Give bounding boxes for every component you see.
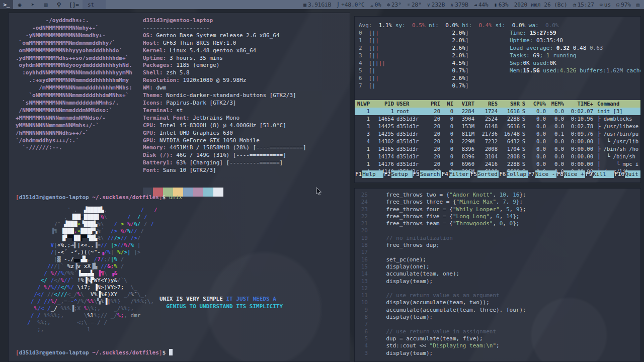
fkey-f10[interactable]: F10: [614, 170, 625, 178]
process-row[interactable]: 114654d351d3r200390425242288S0.00.00:10.…: [355, 115, 641, 123]
fkey-f1[interactable]: F1: [355, 170, 362, 178]
neofetch-value: dwm: [153, 84, 167, 91]
status-text: 3.91GiB: [308, 2, 331, 8]
fkey-label[interactable]: Collap: [507, 170, 528, 178]
line-number: 8: [355, 314, 368, 321]
fkey-f8[interactable]: F8: [556, 170, 564, 178]
tag-list: >_◉➤▥⚲: [0, 0, 65, 9]
neofetch-label: Battery1:: [143, 159, 173, 166]
line-number: 14: [355, 270, 368, 278]
fkey-label[interactable]: Quit: [625, 170, 641, 178]
fkey-label[interactable]: Setup: [391, 170, 413, 178]
cpu-meter: 1 [|| 2.0%]: [359, 37, 469, 44]
column-header[interactable]: TIME+: [564, 100, 593, 108]
ascii-art-line: . ▐██«████▌%\ / / /: [21, 214, 157, 221]
fkey-f6[interactable]: F6: [499, 170, 506, 178]
column-header[interactable]: Command: [593, 100, 641, 108]
fkey-label[interactable]: Sorted: [477, 170, 499, 178]
logo-line: /mMMMMMMNNNmmmdddhhhhhmMNhs:: [16, 84, 132, 92]
cell: 21736: [474, 130, 498, 138]
summary-line: Time: 15:27:59: [510, 29, 641, 37]
status-text: +48.0°C: [341, 2, 364, 8]
fkey-label[interactable]: Search: [420, 170, 441, 178]
cell: 20: [425, 108, 440, 115]
fkey-label[interactable]: Help: [362, 170, 383, 178]
cell: 0:09.76: [564, 130, 593, 138]
fkey-f3[interactable]: F3: [413, 170, 420, 178]
column-header[interactable]: VIRT: [453, 100, 474, 108]
neofetch-value: Sans 10 [GTK2/3]: [159, 167, 216, 173]
tag-terminal[interactable]: >_: [0, 0, 13, 9]
cpu-meter: 6 [|| 2.6%]: [359, 74, 469, 82]
column-header[interactable]: RES: [474, 100, 498, 108]
line-number: 22: [355, 213, 368, 220]
neofetch-label: Memory:: [143, 144, 166, 151]
code-text: set_pc(one);: [373, 256, 426, 263]
meter-pad: [385, 60, 452, 66]
column-header[interactable]: CPU%: [528, 100, 546, 108]
process-row[interactable]: 314425d351d3r200153M61485616S0.00.00:02.…: [355, 123, 641, 130]
fkey-label[interactable]: Nice +: [564, 170, 585, 178]
code-line: 9 accumulate(accumulate(team, three), fo…: [355, 307, 640, 314]
fkey-f7[interactable]: F7: [528, 170, 535, 178]
neofetch-row: Host: GF63 Thin 8RCS REV:1.0: [143, 40, 306, 47]
column-header[interactable]: PID: [370, 100, 394, 108]
neofetch-value: Gentoo Base System release 2.6 x86_64: [153, 32, 280, 39]
neofetch-value: Intel UHD Graphics 630: [156, 130, 233, 136]
meter-pad: [379, 52, 452, 59]
fkey-label[interactable]: Kill: [593, 170, 614, 178]
terminal-window[interactable]: -/oyddmdhs+:. -odNMMMMMMMMNNmhy+-` -yNMM…: [8, 13, 350, 362]
process-row[interactable]: 114176d351d3r200696024162288S0.00.00:00.…: [355, 160, 641, 168]
status-text: 232B: [432, 2, 445, 8]
fkey-f4[interactable]: F4: [441, 170, 449, 178]
neofetch-value: NVIDIA GeForce GTX 1050 Mobile: [156, 137, 260, 144]
tag-telegram[interactable]: ➤: [26, 0, 39, 9]
tag-search[interactable]: ⚲: [52, 0, 65, 9]
cell: 20: [425, 115, 440, 123]
code-line: 13 display(team);: [355, 278, 640, 285]
fkey-label[interactable]: Filter: [449, 170, 470, 178]
column-header[interactable]: PRI: [425, 100, 440, 108]
cell: 16748: [498, 130, 520, 138]
cpu-bar: |: [375, 37, 379, 44]
column-header[interactable]: MEM%: [546, 100, 564, 108]
cell: 0: [440, 160, 453, 168]
logo-line: `-//////:--.: [16, 144, 132, 152]
line-number: 24: [355, 199, 368, 206]
neofetch-row: CPU: Intel i5-8300H (8) @ 4.000GHz [51.0…: [143, 122, 306, 130]
process-row[interactable]: 114165d351d3r200839620081704S0.00.00:00.…: [355, 145, 641, 153]
column-header[interactable]: SHR: [498, 100, 520, 108]
editor-window[interactable]: 25 free_throws two = {"Andor Knott", 10,…: [354, 188, 641, 362]
code-line: 8 display(team);: [355, 314, 640, 321]
shell-prompt[interactable]: [d351d3r@gentoo-laptop ~/.suckless/dotfi…: [16, 194, 182, 202]
column-header[interactable]: NI: [440, 100, 453, 108]
process-row[interactable]: 114174d351d3r200839631042808S0.00.00:00.…: [355, 153, 641, 160]
process-row[interactable]: 11root200228417241616S0.00.00:02.07init …: [355, 108, 641, 115]
tag-browser[interactable]: ◉: [13, 0, 26, 9]
column-header[interactable]: NLWP: [355, 100, 370, 108]
column-header[interactable]: USER: [394, 100, 425, 108]
fkey-f2[interactable]: F2: [383, 170, 391, 178]
neofetch-row: Memory: 4451MiB / 15858MiB (28%) [----==…: [143, 144, 306, 152]
column-header[interactable]: S: [520, 100, 528, 108]
summary-line: Tasks: 69; 1 running: [510, 52, 641, 59]
ascii-art-line: %/< /_/ %%%▐;X %\%;, _/%%;,: [21, 305, 157, 312]
process-row[interactable]: 314295d351d3r200811M2173616748S0.00.10:0…: [355, 130, 641, 138]
cell: 0:02.78: [564, 123, 593, 130]
process-row[interactable]: 414302d351d3r200229M72326432S0.00.00:00.…: [355, 138, 641, 145]
line-number: 11: [355, 292, 368, 299]
tag-reader[interactable]: ▥: [39, 0, 52, 9]
code-lines[interactable]: 25 free_throws two = {"Andor Knott", 10,…: [355, 189, 640, 361]
status-segment: 2020 июл 26 (Вс): [514, 2, 568, 8]
layout-indicator[interactable]: []=: [65, 0, 83, 9]
meter-pad: [379, 30, 452, 36]
fkey-label[interactable]: Nice -: [535, 170, 556, 178]
cell: 0.0: [546, 160, 564, 168]
code-line: 15 display(one);: [355, 263, 640, 270]
fkey-f5[interactable]: F5: [470, 170, 477, 178]
text-cursor: [169, 349, 173, 355]
htop-window[interactable]: Avg: 1.1% sy: 0.5% ni: 0.0% hi: 0.4% si:…: [354, 16, 641, 183]
fkey-f9[interactable]: F9: [585, 170, 593, 178]
shell-prompt-active[interactable]: [d351d3r@gentoo-laptop ~/.suckless/dotfi…: [16, 349, 173, 357]
cell: 20: [425, 160, 440, 168]
